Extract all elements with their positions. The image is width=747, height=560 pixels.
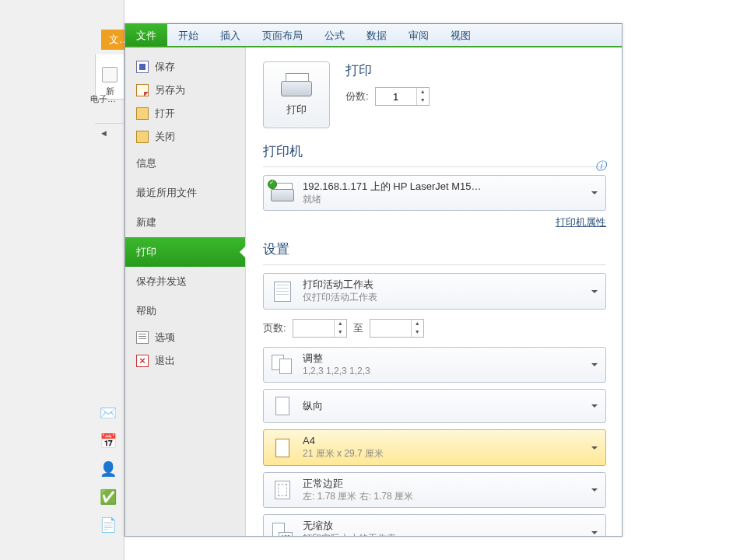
margins-primary: 正常边距 bbox=[303, 478, 413, 491]
margins-picker[interactable]: 正常边距 左: 1.78 厘米 右: 1.78 厘米 bbox=[263, 472, 606, 508]
options-icon bbox=[136, 331, 149, 344]
tab-review[interactable]: 审阅 bbox=[398, 24, 440, 46]
menu-new-label: 新建 bbox=[136, 215, 156, 229]
printer-section-hr bbox=[263, 166, 606, 167]
copies-label: 份数: bbox=[345, 89, 369, 103]
tab-insert[interactable]: 插入 bbox=[209, 24, 251, 46]
mail-icon: ✉️ bbox=[100, 404, 117, 422]
ribbon-tabs: 文件 开始 插入 页面布局 公式 数据 审阅 视图 bbox=[125, 24, 622, 47]
notes-icon: 📄 bbox=[100, 516, 117, 534]
menu-recent-label: 最近所用文件 bbox=[136, 186, 197, 200]
settings-section-hr bbox=[263, 264, 606, 265]
background-card-icon bbox=[102, 67, 117, 82]
scaling-icon bbox=[270, 521, 295, 536]
paper-size-picker[interactable]: A4 21 厘米 x 29.7 厘米 bbox=[263, 429, 606, 465]
print-scope-primary: 打印活动工作表 bbox=[303, 278, 377, 292]
menu-options-label: 选项 bbox=[155, 331, 175, 345]
menu-print[interactable]: 打印 bbox=[125, 237, 245, 267]
menu-exit[interactable]: × 退出 bbox=[125, 349, 245, 373]
print-pane: 打印 打印 份数: ▲▼ 打印机 ⓘ bbox=[246, 47, 622, 536]
tasks-icon: ✅ bbox=[100, 488, 117, 506]
background-collapse-arrow: ◄ bbox=[100, 128, 108, 138]
save-as-icon bbox=[136, 84, 149, 96]
menu-close[interactable]: 关闭 bbox=[125, 125, 245, 149]
print-scope-picker[interactable]: 打印活动工作表 仅打印活动工作表 bbox=[263, 273, 606, 309]
menu-new[interactable]: 新建 bbox=[125, 208, 245, 237]
menu-recent[interactable]: 最近所用文件 bbox=[125, 178, 245, 208]
calendar-icon: 📅 bbox=[100, 432, 117, 450]
menu-save-label: 保存 bbox=[155, 60, 175, 74]
printer-picker[interactable]: 192.168.1.171 上的 HP LaserJet M15… 就绪 bbox=[263, 175, 606, 211]
menu-open-label: 打开 bbox=[155, 107, 175, 121]
menu-save-as-label: 另存为 bbox=[155, 83, 185, 97]
menu-exit-label: 退出 bbox=[155, 354, 175, 368]
pages-to-arrows[interactable]: ▲▼ bbox=[411, 320, 423, 337]
printer-section-title: 打印机 bbox=[263, 142, 606, 160]
collate-primary: 调整 bbox=[303, 352, 370, 366]
paper-size-primary: A4 bbox=[303, 435, 384, 448]
print-scope-icon bbox=[270, 280, 295, 303]
menu-save[interactable]: 保存 bbox=[125, 55, 245, 79]
collate-secondary: 1,2,3 1,2,3 1,2,3 bbox=[303, 366, 370, 378]
selected-printer-status: 就绪 bbox=[303, 194, 482, 206]
pages-from-arrows[interactable]: ▲▼ bbox=[334, 320, 346, 337]
paper-size-icon bbox=[270, 436, 295, 460]
selected-printer-name: 192.168.1.171 上的 HP LaserJet M15… bbox=[303, 180, 482, 194]
open-icon bbox=[136, 107, 149, 120]
exit-icon: × bbox=[136, 355, 149, 367]
tab-view[interactable]: 视图 bbox=[440, 24, 482, 46]
margins-icon bbox=[270, 478, 295, 502]
tab-formulas[interactable]: 公式 bbox=[314, 24, 356, 46]
scaling-secondary: 打印实际大小的工作表 bbox=[303, 533, 396, 536]
collate-picker[interactable]: 调整 1,2,3 1,2,3 1,2,3 bbox=[263, 347, 606, 383]
menu-save-send[interactable]: 保存并发送 bbox=[125, 267, 245, 296]
menu-info-label: 信息 bbox=[136, 156, 156, 170]
print-section-title: 打印 bbox=[345, 61, 430, 79]
copies-arrows[interactable]: ▲▼ bbox=[416, 88, 429, 105]
print-button[interactable]: 打印 bbox=[263, 61, 330, 128]
pages-from-stepper[interactable]: ▲▼ bbox=[293, 319, 347, 338]
printer-properties-link[interactable]: 打印机属性 bbox=[263, 215, 606, 229]
close-icon bbox=[136, 131, 149, 143]
excel-backstage-window: 文件 开始 插入 页面布局 公式 数据 审阅 视图 保存 另存为 打开 关闭 bbox=[124, 23, 622, 537]
margins-secondary: 左: 1.78 厘米 右: 1.78 厘米 bbox=[303, 491, 413, 503]
copies-stepper[interactable]: ▲▼ bbox=[375, 87, 430, 106]
scaling-picker[interactable]: 无缩放 打印实际大小的工作表 bbox=[263, 514, 606, 536]
print-scope-secondary: 仅打印活动工作表 bbox=[303, 292, 377, 304]
collate-icon bbox=[270, 353, 295, 376]
background-side-icons: ✉️ 📅 👤 ✅ 📄 bbox=[100, 404, 117, 534]
menu-save-as[interactable]: 另存为 bbox=[125, 79, 245, 102]
backstage-menu: 保存 另存为 打开 关闭 信息 最近所用文件 新建 bbox=[125, 47, 246, 536]
menu-help[interactable]: 帮助 bbox=[125, 296, 245, 326]
paper-size-secondary: 21 厘米 x 29.7 厘米 bbox=[303, 448, 384, 460]
save-icon bbox=[136, 61, 149, 73]
printer-icon bbox=[281, 73, 312, 100]
menu-print-label: 打印 bbox=[136, 245, 156, 259]
pages-label: 页数: bbox=[263, 321, 286, 335]
pages-to-label: 至 bbox=[353, 321, 363, 335]
settings-section-title: 设置 bbox=[263, 240, 606, 258]
pages-to-stepper[interactable]: ▲▼ bbox=[370, 319, 424, 338]
contact-icon: 👤 bbox=[100, 460, 117, 478]
tab-home[interactable]: 开始 bbox=[167, 24, 209, 46]
menu-info[interactable]: 信息 bbox=[125, 149, 245, 178]
menu-save-send-label: 保存并发送 bbox=[136, 275, 187, 289]
page-range-row: 页数: ▲▼ 至 ▲▼ bbox=[263, 319, 606, 338]
tab-data[interactable]: 数据 bbox=[356, 24, 398, 46]
print-button-label: 打印 bbox=[286, 103, 307, 117]
scaling-primary: 无缩放 bbox=[303, 520, 396, 533]
menu-options[interactable]: 选项 bbox=[125, 326, 245, 349]
tab-file[interactable]: 文件 bbox=[125, 24, 167, 46]
pages-to-input[interactable] bbox=[370, 320, 411, 337]
menu-close-label: 关闭 bbox=[155, 130, 175, 144]
menu-open[interactable]: 打开 bbox=[125, 102, 245, 125]
pages-from-input[interactable] bbox=[293, 320, 334, 337]
orientation-primary: 纵向 bbox=[303, 400, 323, 413]
copies-input[interactable] bbox=[376, 88, 416, 105]
background-separator bbox=[95, 123, 124, 124]
orientation-picker[interactable]: 纵向 bbox=[263, 389, 606, 423]
selected-printer-icon bbox=[270, 181, 295, 205]
printer-info-icon[interactable]: ⓘ bbox=[595, 159, 606, 173]
orientation-icon bbox=[270, 394, 295, 418]
tab-page-layout[interactable]: 页面布局 bbox=[251, 24, 314, 46]
